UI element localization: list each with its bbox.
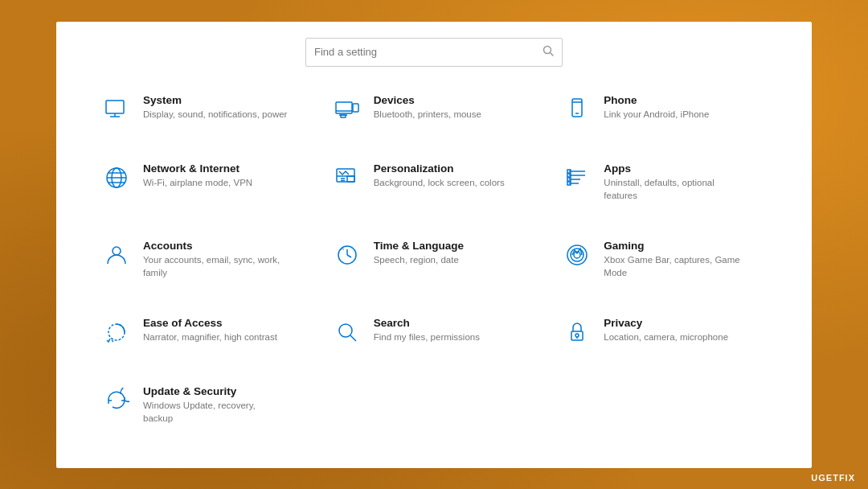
phone-icon [562, 94, 592, 125]
setting-title-update: Update & Security [143, 385, 288, 397]
setting-title-ease: Ease of Access [143, 317, 277, 329]
gaming-icon [562, 240, 592, 270]
setting-text-devices: Devices Bluetooth, printers, mouse [374, 94, 481, 121]
setting-desc-privacy: Location, camera, microphone [604, 331, 728, 343]
time-icon: A [332, 240, 362, 270]
update-icon [101, 385, 132, 416]
search-input[interactable] [314, 46, 542, 58]
setting-text-phone: Phone Link your Android, iPhone [604, 94, 709, 121]
setting-item-network[interactable]: Network & Internet Wi-Fi, airplane mode,… [88, 151, 319, 228]
svg-point-31 [113, 247, 121, 255]
setting-desc-time: Speech, region, date [374, 253, 464, 266]
setting-title-time: Time & Language [374, 240, 464, 252]
setting-desc-network: Wi-Fi, airplane mode, VPN [143, 176, 252, 189]
setting-desc-personalization: Background, lock screen, colors [374, 176, 505, 189]
setting-title-search: Search [374, 317, 480, 329]
svg-text:A: A [341, 246, 344, 251]
network-icon [101, 162, 132, 193]
personalization-icon [332, 162, 362, 193]
search-bar[interactable] [305, 38, 563, 67]
accounts-icon [101, 240, 132, 270]
privacy-icon [562, 317, 592, 347]
setting-item-update[interactable]: Update & Security Windows Update, recove… [88, 374, 319, 451]
setting-title-network: Network & Internet [143, 162, 252, 175]
setting-desc-phone: Link your Android, iPhone [604, 108, 709, 121]
search-icon [332, 317, 362, 347]
setting-item-system[interactable]: System Display, sound, notifications, po… [88, 83, 319, 151]
setting-text-ease: Ease of Access Narrator, magnifier, high… [143, 317, 277, 343]
setting-title-apps: Apps [604, 162, 748, 175]
setting-text-gaming: Gaming Xbox Game Bar, captures, Game Mod… [604, 240, 748, 279]
settings-grid: System Display, sound, notifications, po… [88, 83, 780, 452]
devices-icon [332, 94, 362, 125]
apps-icon [562, 162, 592, 193]
setting-item-personalization[interactable]: Personalization Background, lock screen,… [319, 151, 550, 228]
svg-rect-2 [106, 101, 124, 113]
watermark: UGETFIX [811, 473, 855, 483]
setting-title-devices: Devices [374, 94, 481, 106]
svg-rect-20 [347, 176, 354, 182]
setting-desc-gaming: Xbox Game Bar, captures, Game Mode [604, 253, 748, 279]
setting-text-time: Time & Language Speech, region, date [374, 240, 464, 266]
setting-item-search[interactable]: Search Find my files, permissions [319, 306, 550, 374]
system-icon [101, 94, 132, 125]
svg-point-43 [575, 334, 579, 337]
setting-text-accounts: Accounts Your accounts, email, sync, wor… [143, 240, 288, 279]
setting-item-apps[interactable]: Apps Uninstall, defaults, optional featu… [549, 151, 780, 228]
setting-text-search: Search Find my files, permissions [374, 317, 480, 343]
setting-title-accounts: Accounts [143, 240, 288, 252]
svg-line-34 [347, 255, 351, 257]
svg-rect-42 [571, 331, 583, 340]
setting-item-devices[interactable]: Devices Bluetooth, printers, mouse [319, 83, 550, 151]
setting-desc-ease: Narrator, magnifier, high contrast [143, 331, 277, 343]
setting-title-privacy: Privacy [604, 317, 728, 329]
svg-rect-6 [353, 104, 358, 112]
setting-title-system: System [143, 94, 287, 106]
setting-item-privacy[interactable]: Privacy Location, camera, microphone [549, 306, 780, 374]
svg-point-40 [339, 324, 352, 337]
setting-text-privacy: Privacy Location, camera, microphone [604, 317, 728, 343]
setting-item-time[interactable]: A Time & Language Speech, region, date [319, 228, 550, 306]
setting-item-phone[interactable]: Phone Link your Android, iPhone [549, 83, 780, 151]
setting-title-personalization: Personalization [374, 162, 505, 175]
setting-text-apps: Apps Uninstall, defaults, optional featu… [604, 162, 748, 202]
ease-icon [101, 317, 132, 347]
svg-line-41 [350, 335, 356, 341]
svg-line-1 [551, 53, 554, 56]
setting-desc-devices: Bluetooth, printers, mouse [374, 108, 481, 121]
svg-rect-5 [336, 102, 352, 113]
settings-panel: System Display, sound, notifications, po… [56, 22, 812, 468]
setting-text-update: Update & Security Windows Update, recove… [143, 385, 288, 425]
setting-desc-apps: Uninstall, defaults, optional features [604, 176, 748, 202]
setting-title-phone: Phone [604, 94, 709, 106]
setting-desc-search: Find my files, permissions [374, 331, 480, 343]
setting-item-ease[interactable]: Ease of Access Narrator, magnifier, high… [88, 306, 319, 374]
setting-text-system: System Display, sound, notifications, po… [143, 94, 287, 121]
setting-title-gaming: Gaming [604, 240, 748, 252]
setting-desc-accounts: Your accounts, email, sync, work, family [143, 253, 288, 279]
setting-item-gaming[interactable]: Gaming Xbox Game Bar, captures, Game Mod… [549, 228, 780, 306]
setting-item-accounts[interactable]: Accounts Your accounts, email, sync, wor… [88, 228, 319, 306]
search-icon [542, 45, 554, 59]
setting-text-network: Network & Internet Wi-Fi, airplane mode,… [143, 162, 252, 189]
setting-desc-update: Windows Update, recovery, backup [143, 399, 288, 425]
setting-desc-system: Display, sound, notifications, power [143, 108, 287, 121]
setting-text-personalization: Personalization Background, lock screen,… [374, 162, 505, 189]
